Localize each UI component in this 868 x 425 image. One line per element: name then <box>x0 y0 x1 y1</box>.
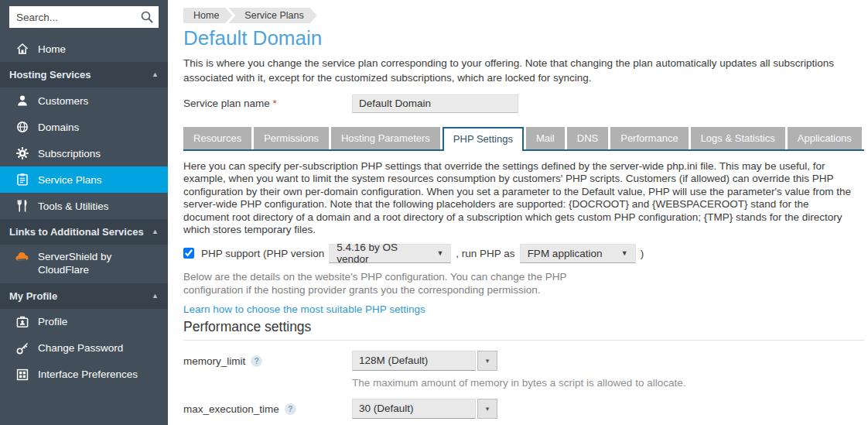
sidebar-item-interface-preferences[interactable]: Interface Preferences <box>0 362 168 388</box>
sidebar-item-label: Customers <box>38 95 88 107</box>
max-execution-time-select[interactable]: 30 (Default) ▾ <box>352 399 497 419</box>
sidebar-item-home[interactable]: Home <box>0 36 168 62</box>
breadcrumb: Home Service Plans <box>183 8 864 23</box>
key-icon <box>15 341 29 355</box>
php-handler-value: FPM application <box>528 248 603 259</box>
section-label: Links to Additional Services <box>9 226 144 238</box>
memory-limit-label: memory_limit ? <box>183 351 352 371</box>
globe-icon <box>15 120 29 134</box>
sidebar-item-label: Interface Preferences <box>38 368 138 380</box>
breadcrumb-home[interactable]: Home <box>183 8 232 23</box>
sidebar-item-subscriptions[interactable]: Subscriptions <box>0 140 168 166</box>
sidebar-item-service-plans[interactable]: Service Plans <box>0 166 168 193</box>
service-plan-name-input[interactable] <box>352 94 518 113</box>
home-icon <box>15 42 29 56</box>
memory-limit-help-text: The maximum amount of memory in bytes a … <box>352 377 685 389</box>
collapse-caret-icon: ▲ <box>152 228 159 235</box>
search-icon[interactable] <box>140 10 154 24</box>
max-execution-time-control: 30 (Default) ▾ The maximum time in secon… <box>352 399 715 425</box>
setting-name: max_execution_time <box>183 403 279 415</box>
sidebar-item-label: Service Plans <box>38 174 102 186</box>
sidebar-item-servershield[interactable]: ServerShield by CloudFlare <box>0 245 168 283</box>
dropdown-arrow-icon: ▼ <box>621 249 628 257</box>
cloudflare-icon <box>15 251 29 265</box>
php-version-select[interactable]: 5.4.16 by OS vendor ▼ <box>329 244 451 263</box>
dropdown-arrow-icon[interactable]: ▾ <box>477 351 497 371</box>
sidebar-item-tools-utilities[interactable]: Tools & Utilities <box>0 193 168 219</box>
id-card-icon <box>15 315 29 329</box>
memory-limit-row: memory_limit ? 128M (Default) ▾ The maxi… <box>183 351 864 389</box>
search-box <box>9 6 159 28</box>
tab-performance[interactable]: Performance <box>610 127 688 149</box>
sidebar-item-change-password[interactable]: Change Password <box>0 335 168 362</box>
tab-logs-statistics[interactable]: Logs & Statistics <box>691 127 785 149</box>
user-icon <box>15 94 29 108</box>
sidebar-item-label: Change Password <box>38 342 123 354</box>
service-plan-name-row: Service plan name * <box>183 94 864 113</box>
sidebar-item-label: Tools & Utilities <box>38 201 109 212</box>
setting-name: memory_limit <box>183 355 245 367</box>
sidebar-item-domains[interactable]: Domains <box>0 114 168 140</box>
php-details-note: Below are the details on the website's P… <box>183 270 607 297</box>
tab-bar: Resources Permissions Hosting Parameters… <box>183 127 864 151</box>
sidebar: Home Hosting Services ▲ Customers Domain… <box>0 0 168 425</box>
section-label: Hosting Services <box>9 69 91 81</box>
app-window: Home Hosting Services ▲ Customers Domain… <box>0 0 868 425</box>
php-support-checkbox[interactable] <box>183 248 194 259</box>
dropdown-arrow-icon[interactable]: ▾ <box>477 399 497 419</box>
help-icon[interactable]: ? <box>251 355 262 367</box>
sidebar-item-label: Home <box>38 43 66 55</box>
collapse-caret-icon: ▲ <box>152 71 159 78</box>
tab-dns[interactable]: DNS <box>567 127 608 149</box>
php-settings-help-link[interactable]: Learn how to choose the most suitable PH… <box>183 303 425 315</box>
sidebar-item-label: Profile <box>38 316 67 327</box>
sidebar-item-label: ServerShield by CloudFlare <box>38 251 154 277</box>
max-execution-time-value[interactable]: 30 (Default) <box>352 399 476 419</box>
sidebar-item-customers[interactable]: Customers <box>0 87 168 114</box>
max-execution-time-row: max_execution_time ? 30 (Default) ▾ The … <box>183 399 864 425</box>
memory-limit-control: 128M (Default) ▾ The maximum amount of m… <box>352 351 685 389</box>
sidebar-item-profile[interactable]: Profile <box>0 309 168 335</box>
php-handler-select[interactable]: FPM application ▼ <box>520 244 636 263</box>
memory-limit-select[interactable]: 128M (Default) ▾ <box>352 351 497 371</box>
tab-resources[interactable]: Resources <box>183 127 251 149</box>
search-input[interactable] <box>9 6 159 28</box>
php-settings-intro: Here you can specify per-subscription PH… <box>183 160 856 237</box>
php-support-label: PHP support (PHP version <box>201 248 324 259</box>
memory-limit-value[interactable]: 128M (Default) <box>352 351 476 371</box>
grid-icon <box>15 368 29 382</box>
closing-paren: ) <box>641 248 644 259</box>
performance-settings-heading: Performance settings <box>183 320 864 341</box>
label-text: Service plan name <box>183 98 270 109</box>
tab-mail[interactable]: Mail <box>526 127 565 149</box>
tab-permissions[interactable]: Permissions <box>254 127 329 149</box>
page-title: Default Domain <box>183 28 864 49</box>
help-icon[interactable]: ? <box>285 403 296 415</box>
breadcrumb-service-plans[interactable]: Service Plans <box>228 8 316 23</box>
tab-applications[interactable]: Applications <box>788 127 862 149</box>
php-version-value: 5.4.16 by OS vendor <box>337 242 430 265</box>
utensils-icon <box>15 199 29 213</box>
gear-icon <box>15 146 29 160</box>
sidebar-section-my-profile[interactable]: My Profile ▲ <box>0 283 168 309</box>
clipboard-icon <box>15 173 29 187</box>
dropdown-arrow-icon: ▼ <box>436 249 443 257</box>
sidebar-section-additional-services[interactable]: Links to Additional Services ▲ <box>0 219 168 245</box>
page-description: This is where you change the service pla… <box>183 57 858 84</box>
tab-php-settings[interactable]: PHP Settings <box>443 127 524 151</box>
tab-hosting-parameters[interactable]: Hosting Parameters <box>331 127 440 149</box>
service-plan-name-label: Service plan name * <box>183 98 352 109</box>
required-asterisk: * <box>273 98 277 109</box>
sidebar-item-label: Subscriptions <box>38 148 101 159</box>
sidebar-section-hosting-services[interactable]: Hosting Services ▲ <box>0 62 168 87</box>
collapse-caret-icon: ▲ <box>152 293 159 300</box>
max-execution-time-label: max_execution_time ? <box>183 399 352 419</box>
run-php-as-label: , run PHP as <box>456 248 514 259</box>
php-support-row: PHP support (PHP version 5.4.16 by OS ve… <box>183 244 864 263</box>
section-label: My Profile <box>9 290 57 302</box>
main-content: Home Service Plans Default Domain This i… <box>168 0 868 425</box>
sidebar-item-label: Domains <box>38 122 79 133</box>
